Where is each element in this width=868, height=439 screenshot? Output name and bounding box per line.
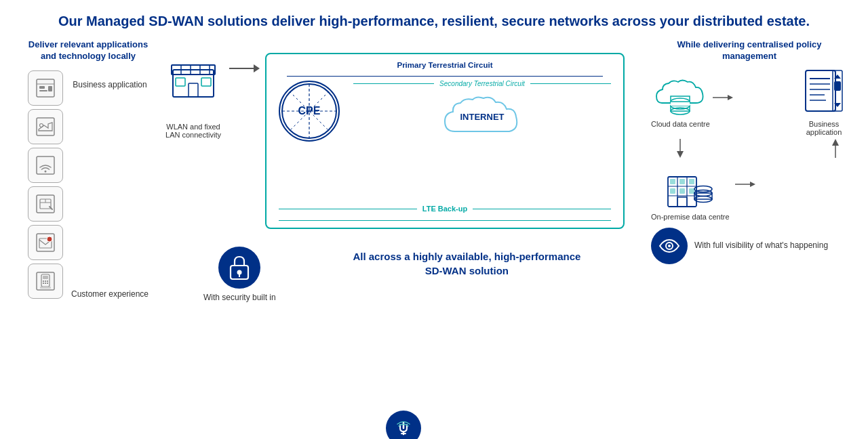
network-diagram-box: Primary Terrestrial Circuit xyxy=(265,53,625,229)
svg-rect-49 xyxy=(671,102,690,106)
wlan-badge xyxy=(386,411,421,439)
cloud-dc-section: Cloud data centre xyxy=(651,77,710,128)
svg-rect-21 xyxy=(45,283,46,284)
main-title: Our Managed SD-WAN solutions deliver hig… xyxy=(20,12,848,30)
left-icons-list xyxy=(28,70,63,299)
cpe-section: CPE xyxy=(279,81,340,142)
svg-marker-64 xyxy=(677,151,684,158)
onprem-dc-section: On-premise data centre xyxy=(651,162,730,221)
svg-rect-75 xyxy=(670,188,675,194)
package-icon xyxy=(28,186,63,222)
biz-app-right-label: Business application xyxy=(800,120,848,136)
svg-rect-53 xyxy=(806,70,835,111)
eye-badge xyxy=(651,228,688,264)
svg-rect-23 xyxy=(40,287,51,289)
security-label: With security built in xyxy=(203,293,276,302)
svg-rect-18 xyxy=(45,280,46,282)
svg-rect-19 xyxy=(47,280,48,282)
pos-terminal-icon xyxy=(28,264,63,299)
page-container: Our Managed SD-WAN solutions deliver hig… xyxy=(0,0,868,439)
svg-marker-52 xyxy=(728,95,733,100)
middle-panel: WLAN and fixed LAN connectivity Primary … xyxy=(163,39,644,431)
primary-circuit-label: Primary Terrestrial Circuit xyxy=(397,61,492,69)
bottom-tagline: All across a highly available, high-perf… xyxy=(353,249,580,278)
svg-rect-4 xyxy=(48,86,52,91)
svg-rect-16 xyxy=(43,276,48,279)
svg-rect-3 xyxy=(39,90,47,91)
lte-label: LTE Back-up xyxy=(417,205,473,213)
left-panel-title: Deliver relevant applications and techno… xyxy=(20,39,156,62)
svg-rect-9 xyxy=(37,195,54,213)
svg-point-43 xyxy=(237,270,242,275)
svg-rect-72 xyxy=(670,179,675,184)
svg-point-8 xyxy=(44,170,46,172)
svg-rect-2 xyxy=(39,86,45,89)
secondary-circuit-label: Secondary Terrestrial Circuit xyxy=(439,80,525,87)
svg-marker-66 xyxy=(832,139,839,146)
internet-cloud: INTERNET xyxy=(441,94,523,142)
camera-icon xyxy=(28,109,63,144)
svg-rect-76 xyxy=(679,188,685,194)
content-row: Deliver relevant applications and techno… xyxy=(20,39,848,431)
svg-rect-73 xyxy=(679,179,685,184)
cpe-label: CPE xyxy=(298,105,321,117)
svg-marker-84 xyxy=(750,182,755,187)
network-inner: CPE Secondary Terrestrial Circuit xyxy=(279,80,611,142)
business-app-icon xyxy=(28,70,63,106)
svg-rect-20 xyxy=(43,283,44,284)
store-icon xyxy=(166,53,220,104)
cloud-dc-label: Cloud data centre xyxy=(651,120,710,128)
svg-rect-31 xyxy=(176,78,185,86)
svg-point-13 xyxy=(47,236,52,242)
lock-badge xyxy=(218,247,260,289)
svg-rect-77 xyxy=(689,188,694,194)
visibility-row: With full visibility of what's happening xyxy=(651,228,848,264)
svg-rect-17 xyxy=(43,280,44,282)
security-section: With security built in xyxy=(203,247,276,302)
visibility-label: With full visibility of what's happening xyxy=(694,240,828,251)
customer-exp-label: Customer experience xyxy=(71,289,149,299)
svg-point-82 xyxy=(694,186,712,192)
email-icon xyxy=(28,225,63,260)
onprem-dc-label: On-premise data centre xyxy=(651,213,730,221)
svg-marker-35 xyxy=(254,64,260,72)
svg-rect-62 xyxy=(834,81,841,91)
business-app-label: Business application xyxy=(71,80,149,89)
cpe-cylinder: CPE xyxy=(279,81,340,142)
svg-rect-30 xyxy=(189,83,198,97)
svg-rect-74 xyxy=(689,179,694,184)
svg-point-86 xyxy=(668,245,671,247)
biz-app-right-section: Business application xyxy=(800,69,848,136)
right-panel: While delivering centralised policy mana… xyxy=(651,39,848,431)
svg-text:INTERNET: INTERNET xyxy=(460,112,505,122)
left-panel: Deliver relevant applications and techno… xyxy=(20,39,156,431)
svg-rect-78 xyxy=(677,197,687,207)
wlan-label: WLAN and fixed LAN connectivity xyxy=(163,123,224,139)
wifi-icon xyxy=(28,148,63,183)
svg-rect-22 xyxy=(47,283,48,284)
store-to-network-arrow xyxy=(229,51,260,85)
svg-rect-32 xyxy=(201,78,211,86)
right-panel-title: While delivering centralised policy mana… xyxy=(651,39,848,62)
